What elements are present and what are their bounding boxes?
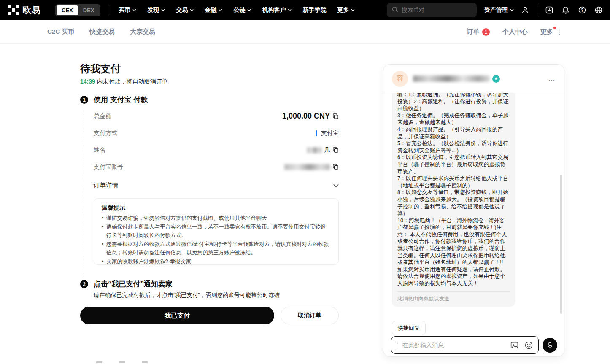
nav-item-trade[interactable]: 交易 <box>176 6 194 14</box>
redacted-name <box>307 147 321 153</box>
chat-more-icon[interactable]: … <box>548 75 556 83</box>
cancel-order-button[interactable]: 取消订单 <box>281 307 339 324</box>
verified-badge-icon: ★ <box>492 75 500 83</box>
copy-icon[interactable] <box>332 113 339 119</box>
warm-tips-title: 温馨提示 <box>102 204 331 212</box>
chevron-down-icon <box>219 9 222 11</box>
voice-message-button[interactable] <box>543 338 557 353</box>
method-label: 支付方式 <box>94 129 117 137</box>
chat-messages[interactable]: 骗：1：兼职返佣。（先让你赚小钱，诱导加大投资）2：高额返利。（让你进行投资，并… <box>383 93 564 320</box>
nav-item-more[interactable]: 更多 <box>337 6 355 14</box>
chevron-down-icon <box>288 9 292 11</box>
chevron-down-icon <box>132 9 136 11</box>
amount-label: 总金额 <box>94 113 111 120</box>
chevron-down-icon <box>510 9 514 11</box>
quick-reply-button[interactable]: 快捷回复 <box>392 321 426 335</box>
chevron-down-icon <box>190 9 194 11</box>
nav-item-discover[interactable]: 发现 <box>147 6 165 14</box>
nav-icons: ? <box>521 5 603 15</box>
copy-icon[interactable] <box>332 164 339 170</box>
report-seller-link[interactable]: 举报卖家 <box>170 259 191 264</box>
warm-tip-item: 谨防交易诈骗，切勿轻信对方提供的支付截图、或使用其他平台聊天 <box>102 214 331 223</box>
profile-center-link[interactable]: 个人中心 <box>502 28 528 36</box>
search-input[interactable]: 搜索币对 <box>387 3 477 17</box>
merchant-avatar: 容 <box>392 71 408 87</box>
account-row: 支付宝账号 <box>94 161 339 173</box>
merchant-message-text: 骗：1：兼职返佣。（先让你赚小钱，诱导加大投资）2：高额返利。（让你进行投资，并… <box>397 93 510 287</box>
redacted-merchant-name <box>413 75 490 82</box>
nav-item-chain[interactable]: 公链 <box>233 6 251 14</box>
paid-button[interactable]: 我已支付 <box>80 307 274 324</box>
step-connector-line <box>84 106 84 278</box>
step1-header: 1 使用 支付宝 付款 <box>80 95 148 105</box>
divider <box>110 5 110 15</box>
kebab-menu-icon[interactable]: ⋮ <box>556 30 563 34</box>
warm-tips-box: 温馨提示 谨防交易诈骗，切勿轻信对方提供的支付截图、或使用其他平台聊天 请确保付… <box>94 198 339 265</box>
divider <box>537 6 537 14</box>
default-message-note: 此消息由商家默认发送 <box>397 295 510 302</box>
step2-number: 2 <box>80 280 88 288</box>
tab-block-trade[interactable]: 大宗交易 <box>130 28 155 36</box>
chevron-down-icon <box>333 181 339 189</box>
notification-dot <box>553 27 556 29</box>
brand-name[interactable]: 欧易 <box>22 4 41 16</box>
amount-value: 1,000.00 CNY <box>282 112 330 121</box>
chat-scrollbar[interactable] <box>560 175 562 314</box>
warm-tip-item: 您需要根据对方的收款方式通过微信/支付宝/银行卡等平台转账给对方，请认真核对对方… <box>102 240 331 257</box>
chevron-down-icon <box>161 9 165 11</box>
tab-express-trade[interactable]: 快捷交易 <box>89 28 115 36</box>
chevron-down-icon <box>247 9 251 11</box>
step1-title: 使用 支付宝 付款 <box>94 95 148 105</box>
toggle-cex[interactable]: CEX <box>57 5 78 15</box>
chat-message-input[interactable] <box>402 342 505 348</box>
orders-count-badge: 1 <box>482 28 490 36</box>
payee-name-row: 姓名 凡 <box>94 144 339 156</box>
cutoff-content <box>96 361 148 363</box>
toggle-dex[interactable]: DEX <box>78 5 100 15</box>
nav-item-buy[interactable]: 买币 <box>119 6 136 14</box>
step2-title: 点击“我已支付”通知卖家 <box>94 279 173 289</box>
name-visible-char: 凡 <box>324 146 330 154</box>
countdown-timer: 14:39 <box>80 78 95 85</box>
top-navbar: 欧易 CEX DEX 买币 发现 交易 金融 公链 机构客户 新手学院 更多 搜… <box>0 0 610 20</box>
chevron-down-icon <box>351 9 355 11</box>
profile-icon[interactable] <box>521 5 530 15</box>
warm-tips-list: 谨防交易诈骗，切勿轻信对方提供的支付截图、或使用其他平台聊天 请确保付款卡所属人… <box>102 214 331 265</box>
text-cursor <box>397 342 397 349</box>
emoji-icon[interactable] <box>524 341 533 350</box>
payment-fields: 总金额 1,000.00 CNY 支付方式 支付宝 姓名 凡 支付宝账号 订单详… <box>94 111 339 191</box>
okx-logo-icon[interactable] <box>8 5 19 15</box>
nav-item-institutional[interactable]: 机构客户 <box>262 6 292 14</box>
nav-item-academy[interactable]: 新手学院 <box>302 6 326 14</box>
copy-icon[interactable] <box>332 147 339 153</box>
help-icon[interactable]: ? <box>578 5 587 15</box>
download-app-icon[interactable] <box>545 5 554 15</box>
countdown-row: 14:39 内未付款，将自动取消订单 <box>80 78 168 86</box>
language-globe-icon[interactable] <box>594 5 603 15</box>
nav-item-finance[interactable]: 金融 <box>205 6 222 14</box>
search-placeholder: 搜索币对 <box>402 6 424 14</box>
orders-link[interactable]: 订单 1 <box>467 28 490 36</box>
assets-menu[interactable]: 资产管理 <box>484 6 514 14</box>
step2-header: 2 点击“我已支付”通知卖家 <box>80 279 173 289</box>
sub-navbar: C2C 买币 快捷交易 大宗交易 订单 1 个人中心 更多 ⋮ <box>0 20 610 44</box>
payee-name-label: 姓名 <box>94 146 105 154</box>
warm-tip-item: 卖家的收款账户涉嫌欺诈? 举报卖家 <box>102 257 331 265</box>
tab-c2c-buy[interactable]: C2C 买币 <box>47 28 74 36</box>
warm-tip-item: 请确保付款卡所属人与平台实名信息一致，若不一致卖家有权不放币。请不要使用支付宝转… <box>102 223 331 240</box>
chat-header: 容 ★ … <box>383 65 564 93</box>
cex-dex-toggle: CEX DEX <box>55 4 100 16</box>
more-menu[interactable]: 更多 ⋮ <box>540 28 563 36</box>
image-upload-icon[interactable] <box>510 341 519 350</box>
order-details-toggle[interactable]: 订单详情 <box>94 179 339 191</box>
subnav-tabs: C2C 买币 快捷交易 大宗交易 <box>47 28 155 36</box>
alipay-bar-icon <box>316 130 317 136</box>
search-icon <box>392 6 398 14</box>
chat-panel: 容 ★ … 骗：1：兼职返佣。（先让你赚小钱，诱导加大投资）2：高额返利。（让你… <box>383 64 564 357</box>
redacted-account <box>284 164 330 170</box>
account-label: 支付宝账号 <box>94 163 123 171</box>
merchant-message-bubble: 骗：1：兼职返佣。（先让你赚小钱，诱导加大投资）2：高额返利。（让你进行投资，并… <box>392 93 515 307</box>
step1-number: 1 <box>80 96 88 104</box>
order-details-label: 订单详情 <box>94 181 118 189</box>
notifications-icon[interactable] <box>561 5 570 15</box>
